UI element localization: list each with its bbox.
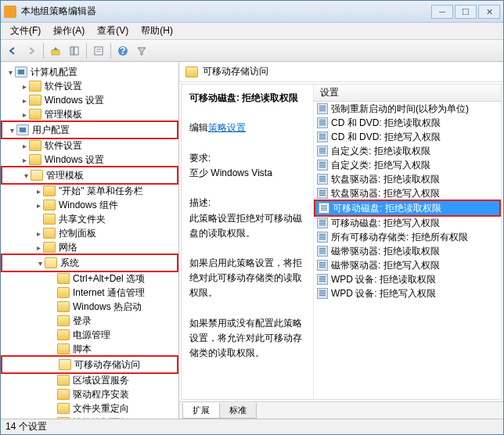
menu-file[interactable]: 文件(F) <box>4 23 47 39</box>
menu-view[interactable]: 查看(V) <box>91 23 135 39</box>
help-button[interactable]: ? <box>114 42 131 59</box>
tree-item[interactable]: ▾用户配置 <box>2 123 177 137</box>
tree-item[interactable]: ▸管理模板 <box>1 107 178 121</box>
setting-item[interactable]: 可移动磁盘: 拒绝写入权限 <box>314 216 501 230</box>
tree-item[interactable]: 脚本 <box>1 342 178 356</box>
setting-item[interactable]: 自定义类: 拒绝读取权限 <box>314 144 501 158</box>
tree-item-label: 软件设置 <box>45 80 82 93</box>
tree-item-label: 用户配置 <box>32 124 70 137</box>
tree-item-label: 计算机配置 <box>31 66 77 79</box>
setting-item[interactable]: 磁带驱动器: 拒绝写入权限 <box>314 258 501 272</box>
folder-icon <box>57 403 70 414</box>
forward-button[interactable] <box>23 42 40 59</box>
setting-item[interactable]: CD 和 DVD: 拒绝写入权限 <box>314 130 501 144</box>
tree-item[interactable]: 登录 <box>1 314 178 328</box>
minimize-button[interactable]: ─ <box>431 5 453 19</box>
expand-toggle[interactable]: ▸ <box>34 201 43 210</box>
expand-toggle[interactable]: ▾ <box>7 126 16 135</box>
edit-policy-link[interactable]: 策略设置 <box>208 122 246 133</box>
tab-extended[interactable]: 扩展 <box>182 403 220 419</box>
setting-item[interactable]: 软盘驱动器: 拒绝写入权限 <box>314 186 501 200</box>
folder-icon <box>45 257 57 268</box>
tree-item-label: 驱动程序安装 <box>73 388 129 401</box>
setting-item[interactable]: 自定义类: 拒绝写入权限 <box>314 158 501 172</box>
tree-item[interactable]: ▸"开始" 菜单和任务栏 <box>1 184 178 198</box>
folder-icon <box>29 140 41 151</box>
properties-button[interactable] <box>90 42 107 59</box>
back-button[interactable] <box>4 42 21 59</box>
setting-item[interactable]: 磁带驱动器: 拒绝读取权限 <box>314 244 501 258</box>
tab-standard[interactable]: 标准 <box>219 403 257 419</box>
expand-toggle[interactable]: ▾ <box>5 68 15 77</box>
expand-toggle[interactable]: ▾ <box>21 171 31 180</box>
tree-item[interactable]: ▾管理模板 <box>2 168 177 182</box>
close-button[interactable]: ✕ <box>478 5 500 19</box>
tree-item[interactable]: 文件夹重定向 <box>1 401 178 415</box>
setting-label: 软盘驱动器: 拒绝读取权限 <box>331 173 440 186</box>
setting-item[interactable]: WPD 设备: 拒绝读取权限 <box>314 272 501 286</box>
tree-item-label: 共享文件夹 <box>59 213 106 226</box>
edit-label: 编辑 <box>189 122 208 133</box>
tree-item[interactable]: ▸软件设置 <box>1 79 178 93</box>
setting-label: 可移动磁盘: 拒绝写入权限 <box>331 217 440 230</box>
setting-label: 磁带驱动器: 拒绝写入权限 <box>331 259 440 272</box>
tree-item-label: 登录 <box>73 315 92 328</box>
show-hide-tree-button[interactable] <box>66 42 83 59</box>
tree-item[interactable]: 可移动存储访问 <box>2 358 177 372</box>
expand-toggle[interactable]: ▸ <box>34 187 43 196</box>
maximize-button[interactable]: ☐ <box>455 5 477 19</box>
tree-item[interactable]: 电源管理 <box>1 328 178 342</box>
toolbar-separator <box>86 43 87 59</box>
setting-item[interactable]: CD 和 DVD: 拒绝读取权限 <box>314 116 501 130</box>
setting-label: 所有可移动存储类: 拒绝所有权限 <box>331 231 468 244</box>
filter-button[interactable] <box>133 42 150 59</box>
tree-item-label: 电源管理 <box>73 329 110 342</box>
expand-toggle[interactable]: ▸ <box>34 243 43 252</box>
svg-rect-2 <box>74 47 78 55</box>
setting-item[interactable]: 所有可移动存储类: 拒绝所有权限 <box>314 230 501 244</box>
tree-item[interactable]: ▾系统 <box>2 256 177 270</box>
expand-toggle[interactable]: ▾ <box>35 259 45 268</box>
tree-item[interactable]: Internet 通信管理 <box>1 286 178 300</box>
setting-item[interactable]: WPD 设备: 拒绝写入权限 <box>314 286 501 300</box>
tree-item[interactable]: Ctrl+Alt+Del 选项 <box>1 271 178 286</box>
up-button[interactable] <box>47 42 64 59</box>
expand-toggle[interactable]: ▸ <box>20 82 29 91</box>
tree-item[interactable]: 共享文件夹 <box>1 212 178 226</box>
details-header: 可移动存储访问 <box>179 62 503 82</box>
tree-item[interactable]: ▸Windows 组件 <box>1 198 178 212</box>
tree-item[interactable]: ▸Windows 设置 <box>1 153 178 167</box>
column-header-setting[interactable]: 设置 <box>314 84 501 102</box>
tree-item[interactable]: Windows 热启动 <box>1 300 178 314</box>
expand-toggle[interactable]: ▸ <box>20 142 29 150</box>
tree-item[interactable]: ▸软件设置 <box>1 138 178 153</box>
menu-help[interactable]: 帮助(H) <box>135 23 179 39</box>
svg-rect-0 <box>52 50 59 55</box>
expand-toggle[interactable]: ▸ <box>20 110 29 119</box>
tree-item[interactable]: ▸网络 <box>1 240 178 254</box>
setting-item[interactable]: 强制重新启动的时间(以秒为单位) <box>314 102 501 116</box>
setting-item[interactable]: 软盘驱动器: 拒绝读取权限 <box>314 172 501 186</box>
tree-item-label: 控制面板 <box>59 227 96 240</box>
tree-item[interactable]: ▸控制面板 <box>1 226 178 240</box>
app-icon <box>4 5 16 18</box>
tree-item-label: 文件夹重定向 <box>73 402 129 415</box>
tree-pane[interactable]: ▾计算机配置▸软件设置▸Windows 设置▸管理模板▾用户配置▸软件设置▸Wi… <box>1 62 179 419</box>
setting-item[interactable]: 可移动磁盘: 拒绝读取权限 <box>315 201 499 215</box>
expand-toggle[interactable]: ▸ <box>20 156 29 164</box>
folder-icon <box>43 214 56 225</box>
expand-toggle[interactable]: ▸ <box>20 96 29 105</box>
policy-icon <box>317 146 328 156</box>
tree-item[interactable]: 区域设置服务 <box>1 373 178 387</box>
menu-action[interactable]: 操作(A) <box>47 23 91 39</box>
policy-icon <box>317 246 328 257</box>
description-label: 描述: <box>189 197 211 208</box>
folder-icon <box>43 185 56 196</box>
expand-toggle[interactable]: ▸ <box>34 229 43 238</box>
tree-item-label: Windows 组件 <box>59 199 118 212</box>
tree-item[interactable]: ▸Windows 设置 <box>1 93 178 107</box>
tree-item[interactable]: ▾计算机配置 <box>1 65 178 79</box>
policy-icon <box>317 188 328 199</box>
tree-item[interactable]: 驱动程序安装 <box>1 387 178 401</box>
tree-item-label: 管理模板 <box>46 169 84 182</box>
